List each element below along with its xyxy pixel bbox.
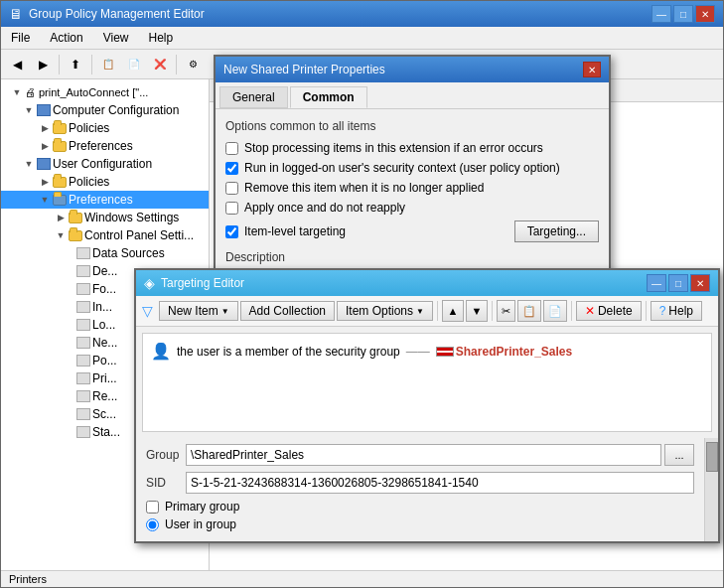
targeting-title-area: ◈ Targeting Editor [144,275,244,291]
help-button-targeting[interactable]: ? Help [651,301,702,321]
group-input[interactable] [186,444,661,466]
user-in-group-radio[interactable] [146,518,159,531]
targeting-toolbar: ▽ New Item ▼ Add Collection Item Options… [136,296,718,327]
copy-button[interactable]: 📋 [517,300,541,322]
delete-label: Delete [598,304,633,318]
targeting-form-wrapper: Group ... SID Primary group User i [136,438,718,541]
delete-button-targeting[interactable]: ✕ Delete [576,301,642,321]
checkbox-stop-processing[interactable] [225,142,238,155]
targeting-sep-1 [437,301,438,321]
help-label: Help [668,304,693,318]
checkbox-remove-item-label: Remove this item when it is no longer ap… [244,181,484,195]
group-flag-bar [436,347,454,357]
checkbox-run-logged-label: Run in logged-on user's security context… [244,161,560,175]
paste-button[interactable]: 📄 [543,300,567,322]
targeting-sep-4 [646,301,647,321]
filter-icon: ▽ [142,303,153,319]
targeting-rule-row: 👤 the user is a member of the security g… [151,342,703,361]
primary-group-label: Primary group [165,500,239,514]
printer-dialog: New Shared Printer Properties ✕ General … [214,55,611,276]
sid-field-row: SID [146,472,694,494]
checkbox-remove-item[interactable] [225,182,238,195]
move-up-button[interactable]: ▲ [442,300,464,322]
targeting-group-name: SharedPrinter_Sales [456,345,572,359]
tab-common[interactable]: Common [290,86,367,108]
targeting-scrollbar[interactable] [704,438,718,541]
checkbox-apply-once-label: Apply once and do not reapply [244,201,405,215]
checkbox-run-logged[interactable] [225,162,238,175]
targeting-editor: ◈ Targeting Editor — □ ✕ ▽ New Item ▼ Ad… [134,268,720,543]
targeting-rule-separator: —— [406,345,430,359]
move-down-button[interactable]: ▼ [466,300,488,322]
checkbox-item-targeting[interactable] [225,225,238,238]
checkbox-apply-once[interactable] [225,202,238,215]
item-options-button[interactable]: Item Options ▼ [337,301,433,321]
new-item-button[interactable]: New Item ▼ [159,301,238,321]
targeting-form: Group ... SID Primary group User i [136,438,704,541]
scrollbar-thumb[interactable] [706,442,718,472]
checkbox-row-2: Remove this item when it is no longer ap… [225,181,599,195]
item-options-label: Item Options [346,304,413,318]
targeting-maximize-btn[interactable]: □ [668,274,688,292]
checkbox-row-3: Apply once and do not reapply [225,201,599,215]
targeting-button[interactable]: Targeting... [514,220,599,242]
printer-dialog-body: Options common to all items Stop process… [216,109,609,274]
user-in-group-radio-row: User in group [146,517,694,531]
targeting-rule-text: the user is a member of the security gro… [177,345,400,359]
targeting-rule-icon: 👤 [151,342,171,361]
new-item-arrow: ▼ [221,307,229,316]
user-in-group-label: User in group [165,517,236,531]
targeting-form-content: Group ... SID Primary group User i [136,438,704,541]
checkbox-row-0: Stop processing items in this extension … [225,141,599,155]
tab-general[interactable]: General [219,86,288,108]
printer-tab-bar: General Common [216,82,609,109]
group-flag: SharedPrinter_Sales [436,345,572,359]
sid-field-label: SID [146,476,186,490]
primary-group-checkbox-row: Primary group [146,500,694,514]
group-field-label: Group [146,448,186,462]
printer-dialog-close[interactable]: ✕ [583,62,601,77]
targeting-editor-controls: — □ ✕ [647,274,710,292]
primary-group-checkbox[interactable] [146,501,159,514]
targeting-editor-title-bar: ◈ Targeting Editor — □ ✕ [136,270,718,296]
add-collection-button[interactable]: Add Collection [240,301,335,321]
checkbox-row-1: Run in logged-on user's security context… [225,161,599,175]
group-field-row: Group ... [146,444,694,466]
printer-section-title: Options common to all items [225,119,599,133]
targeting-editor-title: Targeting Editor [161,276,244,290]
targeting-minimize-btn[interactable]: — [647,274,666,292]
item-options-arrow: ▼ [416,307,424,316]
modal-overlay: New Shared Printer Properties ✕ General … [0,0,724,588]
checkbox-item-targeting-label: Item-level targeting [244,224,346,238]
checkbox-stop-processing-label: Stop processing items in this extension … [244,141,543,155]
new-item-label: New Item [168,304,218,318]
description-label: Description [225,250,599,264]
targeting-close-btn[interactable]: ✕ [690,274,710,292]
printer-dialog-title: New Shared Printer Properties [223,63,385,76]
targeting-sep-2 [492,301,493,321]
checkbox-row-4: Item-level targeting Targeting... [225,220,599,242]
sid-input[interactable] [186,472,694,494]
cut-button[interactable]: ✂ [497,300,515,322]
printer-dialog-title-bar: New Shared Printer Properties ✕ [216,57,609,82]
targeting-content: 👤 the user is a member of the security g… [142,333,712,432]
targeting-sep-3 [571,301,572,321]
browse-button[interactable]: ... [664,444,694,466]
